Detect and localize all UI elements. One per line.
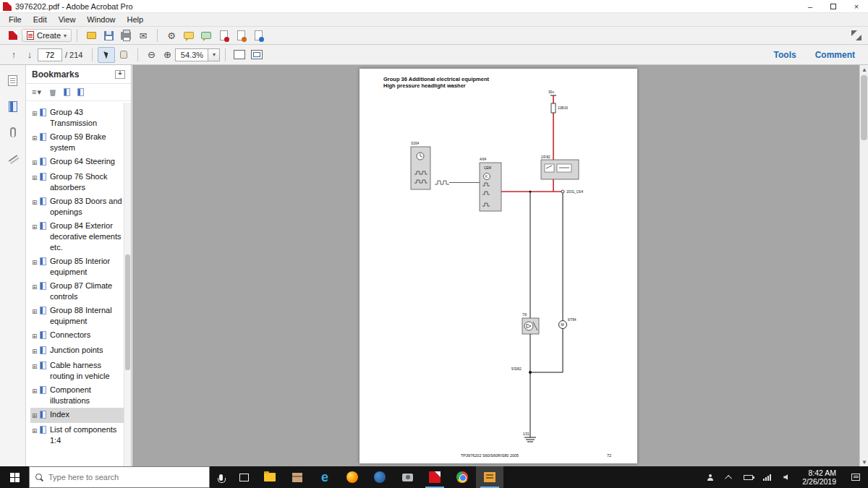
expand-icon[interactable]: ⊞ bbox=[32, 133, 40, 144]
delete-bookmark-icon[interactable] bbox=[49, 88, 56, 96]
signatures-icon[interactable] bbox=[7, 152, 20, 165]
taskbar-camera[interactable] bbox=[393, 466, 421, 488]
bookmark-item[interactable]: ⊞Connectors bbox=[30, 328, 124, 343]
attachments-icon[interactable] bbox=[7, 126, 20, 139]
document-scrollbar[interactable]: ▲ ▼ bbox=[859, 65, 868, 466]
expand-icon[interactable]: ⊞ bbox=[32, 346, 40, 357]
taskbar-app-active[interactable] bbox=[476, 466, 503, 488]
taskbar-file-explorer[interactable] bbox=[256, 466, 284, 488]
volume-status[interactable] bbox=[776, 466, 795, 488]
taskbar-firefox[interactable] bbox=[339, 466, 366, 488]
scroll-up-icon[interactable]: ▲ bbox=[860, 65, 868, 74]
toolbar-expand-icon[interactable] bbox=[851, 30, 862, 41]
expand-icon[interactable]: ⊞ bbox=[32, 108, 40, 119]
bookmark-options-icon[interactable]: ≡▾ bbox=[32, 87, 42, 97]
fit-width-button[interactable] bbox=[231, 47, 248, 63]
open-icon[interactable] bbox=[82, 28, 100, 43]
task-view-button[interactable] bbox=[231, 466, 256, 488]
bookmark-item[interactable]: ⊞Group 85 Interior equipment bbox=[30, 254, 124, 279]
email-icon[interactable]: ✉ bbox=[135, 28, 152, 43]
battery-status[interactable] bbox=[739, 466, 757, 488]
search-input[interactable] bbox=[48, 473, 203, 481]
comment-bubble-icon[interactable] bbox=[180, 28, 197, 43]
taskbar-clock[interactable]: 8:42 AM 2/26/2019 bbox=[795, 468, 843, 486]
select-tool-button[interactable] bbox=[98, 47, 115, 63]
show-hidden-icons-button[interactable] bbox=[720, 466, 739, 488]
tools-link[interactable]: Tools bbox=[774, 50, 796, 60]
menu-edit[interactable]: Edit bbox=[27, 13, 53, 26]
bookmark-item[interactable]: ⊞Group 88 Internal equipment bbox=[30, 304, 124, 328]
expand-icon[interactable]: ⊞ bbox=[32, 173, 40, 184]
scrollbar-thumb[interactable] bbox=[125, 254, 130, 370]
maximize-button[interactable] bbox=[822, 0, 845, 12]
menu-view[interactable]: View bbox=[53, 13, 82, 26]
expand-icon[interactable]: ⊞ bbox=[32, 222, 40, 233]
print-icon[interactable] bbox=[117, 28, 135, 43]
expand-icon[interactable]: ⊞ bbox=[32, 197, 40, 208]
bookmarks-panel-icon[interactable] bbox=[7, 100, 20, 113]
expand-bookmarks-icon[interactable] bbox=[77, 88, 84, 96]
review-bubble-icon[interactable] bbox=[197, 28, 215, 43]
export-doc-icon[interactable] bbox=[232, 28, 250, 43]
expand-icon[interactable]: ⊞ bbox=[32, 426, 40, 437]
taskbar-browser[interactable] bbox=[366, 466, 393, 488]
bookmark-item[interactable]: ⊞Cable harness routing in vehicle bbox=[30, 359, 124, 383]
expand-icon[interactable]: ⊞ bbox=[32, 386, 40, 397]
taskbar-search[interactable] bbox=[29, 466, 210, 488]
zoom-dropdown-button[interactable]: ▾ bbox=[208, 48, 220, 61]
bookmark-item[interactable]: ⊞Group 87 Climate controls bbox=[30, 279, 124, 304]
bookmark-item[interactable]: ⊞Group 83 Doors and openings bbox=[30, 194, 124, 219]
close-button[interactable]: × bbox=[845, 0, 868, 12]
hand-tool-button[interactable] bbox=[115, 47, 132, 63]
bookmark-item[interactable]: ⊞Group 64 Steering bbox=[30, 155, 124, 170]
expand-icon[interactable]: ⊞ bbox=[32, 257, 40, 268]
bookmark-item[interactable]: ⊞Group 59 Brake system bbox=[30, 130, 124, 155]
expand-icon[interactable]: ⊞ bbox=[32, 158, 40, 168]
people-button[interactable] bbox=[701, 466, 720, 488]
taskbar-acrobat[interactable] bbox=[421, 466, 448, 488]
share-doc-icon[interactable] bbox=[250, 28, 267, 43]
expand-icon[interactable]: ⊞ bbox=[32, 307, 40, 317]
taskbar-edge[interactable]: e bbox=[311, 466, 339, 488]
create-button[interactable]: Create ▾ bbox=[22, 29, 72, 42]
next-page-button[interactable]: ↓ bbox=[22, 48, 38, 62]
expand-icon[interactable]: ⊞ bbox=[32, 411, 40, 421]
page-number-input[interactable] bbox=[38, 48, 62, 61]
fit-page-button[interactable] bbox=[248, 47, 265, 63]
save-icon[interactable] bbox=[100, 28, 117, 43]
expand-icon[interactable]: ⊞ bbox=[32, 331, 40, 342]
expand-icon[interactable]: ⊞ bbox=[32, 282, 40, 293]
page-thumbnails-icon[interactable] bbox=[7, 74, 20, 87]
bookmark-item[interactable]: ⊞Group 84 Exterior decorative elements e… bbox=[30, 219, 124, 254]
scroll-down-icon[interactable]: ▼ bbox=[860, 458, 868, 466]
bookmark-item[interactable]: ⊞Junction points bbox=[30, 343, 124, 359]
bookmark-item[interactable]: ⊞Group 76 Shock absorbers bbox=[30, 170, 124, 194]
comment-link[interactable]: Comment bbox=[815, 50, 855, 60]
scrollbar-thumb[interactable] bbox=[861, 75, 867, 140]
taskbar-app[interactable] bbox=[284, 466, 311, 488]
panel-toggle-icon[interactable] bbox=[4, 28, 22, 43]
zoom-in-button[interactable]: ⊕ bbox=[159, 48, 175, 62]
new-bookmark-icon[interactable] bbox=[64, 88, 70, 96]
bookmark-item[interactable]: ⊞List of components 1:4 bbox=[30, 423, 124, 448]
network-status[interactable] bbox=[757, 466, 776, 488]
bookmark-item[interactable]: ⊞Group 43 Transmission bbox=[30, 106, 124, 130]
action-center-button[interactable] bbox=[843, 474, 868, 481]
panel-options-icon[interactable] bbox=[115, 70, 125, 79]
menu-file[interactable]: File bbox=[3, 13, 27, 26]
bookmark-item[interactable]: ⊞Component illustrations bbox=[30, 383, 124, 408]
bookmark-item-selected[interactable]: ⊞Index bbox=[30, 408, 124, 423]
minimize-button[interactable]: – bbox=[799, 0, 822, 12]
taskbar-chrome[interactable] bbox=[448, 466, 476, 488]
zoom-level-value[interactable]: 54.3% bbox=[175, 48, 208, 61]
zoom-out-button[interactable]: ⊖ bbox=[143, 48, 159, 62]
menu-window[interactable]: Window bbox=[81, 13, 121, 26]
previous-page-button[interactable]: ↑ bbox=[6, 48, 22, 62]
sign-doc-icon[interactable] bbox=[215, 28, 232, 43]
gear-icon[interactable]: ⚙ bbox=[163, 28, 180, 43]
menu-help[interactable]: Help bbox=[121, 13, 149, 26]
start-button[interactable] bbox=[0, 466, 29, 488]
expand-icon[interactable]: ⊞ bbox=[32, 361, 40, 372]
bookmarks-scrollbar[interactable] bbox=[124, 103, 131, 466]
cortana-mic-button[interactable] bbox=[210, 466, 231, 488]
